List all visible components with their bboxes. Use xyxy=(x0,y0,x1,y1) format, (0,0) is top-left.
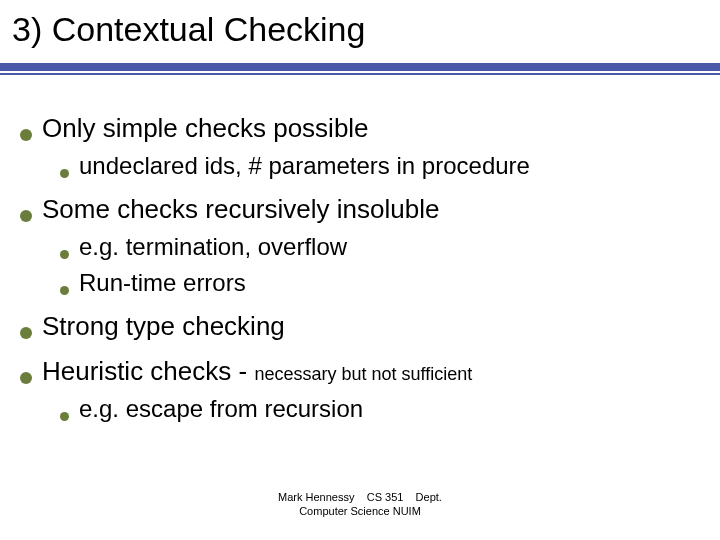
bullet-level1: Only simple checks possible xyxy=(20,113,710,144)
bullet-text: Only simple checks possible xyxy=(42,113,369,144)
bullet-text: Run-time errors xyxy=(79,269,246,297)
bullet-text: Strong type checking xyxy=(42,311,285,342)
bullet-text: e.g. termination, overflow xyxy=(79,233,347,261)
rule-thin xyxy=(0,73,720,75)
bullet-icon xyxy=(20,372,32,384)
bullet-level1: Heuristic checks - necessary but not suf… xyxy=(20,356,710,387)
bullet-level1: Some checks recursively insoluble xyxy=(20,194,710,225)
footer-line2: Computer Science NUIM xyxy=(0,504,720,518)
title-rule xyxy=(0,59,720,79)
footer-line1: Mark Hennessy CS 351 Dept. xyxy=(0,490,720,504)
bullet-level2: undeclared ids, # parameters in procedur… xyxy=(60,152,710,180)
slide: 3) Contextual Checking Only simple check… xyxy=(0,0,720,540)
bullet-icon xyxy=(20,327,32,339)
bullet-level2: Run-time errors xyxy=(60,269,710,297)
rule-thick xyxy=(0,63,720,71)
bullet-text: undeclared ids, # parameters in procedur… xyxy=(79,152,530,180)
bullet-text: Heuristic checks - necessary but not suf… xyxy=(42,356,472,387)
bullet-level1: Strong type checking xyxy=(20,311,710,342)
bullet-level2: e.g. escape from recursion xyxy=(60,395,710,423)
bullet-icon xyxy=(60,169,69,178)
bullet-level2: e.g. termination, overflow xyxy=(60,233,710,261)
bullet-icon xyxy=(60,286,69,295)
slide-footer: Mark Hennessy CS 351 Dept. Computer Scie… xyxy=(0,490,720,518)
bullet-text: Some checks recursively insoluble xyxy=(42,194,439,225)
bullet-icon xyxy=(60,250,69,259)
slide-title: 3) Contextual Checking xyxy=(0,0,720,55)
bullet-icon xyxy=(20,210,32,222)
bullet-icon xyxy=(60,412,69,421)
bullet-text: e.g. escape from recursion xyxy=(79,395,363,423)
content-area: Only simple checks possible undeclared i… xyxy=(0,79,720,423)
bullet-icon xyxy=(20,129,32,141)
